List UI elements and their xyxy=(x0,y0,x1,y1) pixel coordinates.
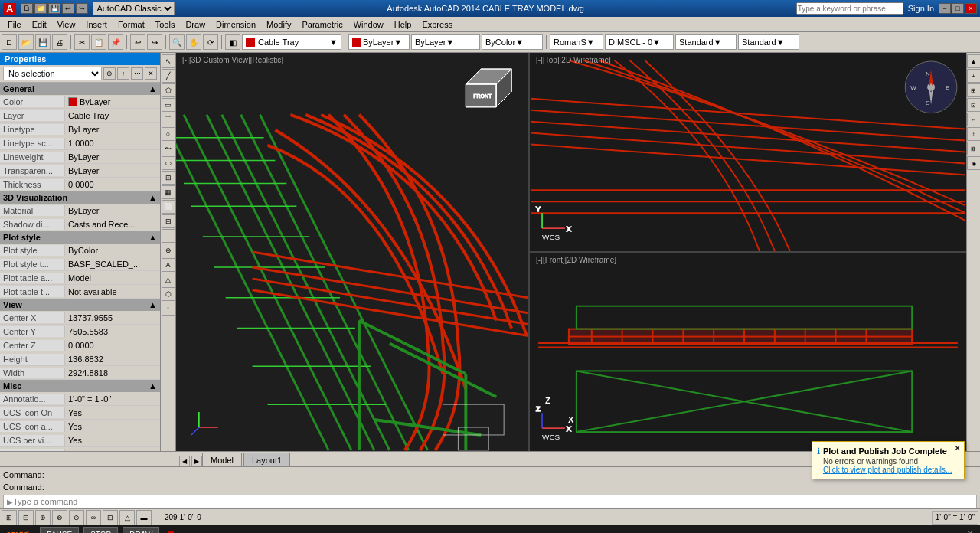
lt-circle[interactable]: ○ xyxy=(162,127,175,141)
lt-rect[interactable]: ▭ xyxy=(162,98,175,112)
new-btn[interactable]: 🗋 xyxy=(21,3,33,14)
search-input[interactable] xyxy=(796,2,903,15)
rt-btn1[interactable]: ▲ xyxy=(967,54,981,68)
open-btn[interactable]: 📁 xyxy=(34,3,47,14)
redo-btn[interactable]: ↪ xyxy=(76,3,88,14)
bt-snap[interactable]: ⊞ xyxy=(2,510,17,525)
tab-layout1[interactable]: Layout1 xyxy=(243,453,290,466)
lt-select[interactable]: ↖ xyxy=(162,54,175,68)
selection-dropdown[interactable]: No selection xyxy=(3,67,102,80)
font-dropdown[interactable]: RomanS▼ xyxy=(550,34,603,50)
dimstyle-dropdown[interactable]: DIMSCL - 0▼ xyxy=(605,34,674,50)
lt-table[interactable]: ⊟ xyxy=(162,214,175,228)
rt-btn2[interactable]: + xyxy=(967,69,981,83)
tb-cut[interactable]: ✂ xyxy=(74,34,90,50)
lineweight-dropdown[interactable]: ByColor▼ xyxy=(482,34,543,50)
menu-view[interactable]: View xyxy=(53,18,80,31)
ezvid-stop[interactable]: STOP xyxy=(83,527,118,533)
tb-layer-mgr[interactable]: ◧ xyxy=(225,34,240,50)
command-input[interactable] xyxy=(13,497,973,506)
tab-next[interactable]: ▶ xyxy=(191,456,202,466)
menu-edit[interactable]: Edit xyxy=(28,18,51,31)
rt-btn7[interactable]: ⊠ xyxy=(967,142,981,155)
tb-3dorbit[interactable]: ⟳ xyxy=(203,34,218,50)
sign-in[interactable]: Sign In xyxy=(908,4,934,13)
lt-3dobj[interactable]: ⬡ xyxy=(162,287,175,301)
menu-draw[interactable]: Draw xyxy=(181,18,210,31)
props-btn3[interactable]: ⋯ xyxy=(131,67,143,80)
bt-osnap[interactable]: ⊙ xyxy=(69,510,84,525)
section-plot[interactable]: Plot style ▲ xyxy=(0,231,160,244)
props-btn1[interactable]: ⊕ xyxy=(103,67,116,80)
bt-ortho[interactable]: ⊕ xyxy=(35,510,51,525)
section-misc[interactable]: Misc ▲ xyxy=(0,380,160,392)
notif-link[interactable]: Click to view plot and publish details..… xyxy=(823,466,952,474)
workspace-select[interactable]: AutoCAD Classic xyxy=(93,2,175,15)
viewport-top[interactable]: [-][Top][2D Wireframe] xyxy=(530,53,966,253)
tb-undo[interactable]: ↩ xyxy=(130,34,145,50)
layer-dropdown[interactable]: Cable Tray ▼ xyxy=(242,34,341,50)
tb-zoom[interactable]: 🔍 xyxy=(169,34,185,50)
bt-ducs[interactable]: ⊡ xyxy=(103,510,118,525)
rt-btn5[interactable]: ↔ xyxy=(967,113,981,126)
lt-3dface[interactable]: △ xyxy=(162,273,175,286)
linetype-dropdown[interactable]: ByLayer▼ xyxy=(411,34,480,50)
minimize-btn[interactable]: − xyxy=(939,3,951,14)
tb-pan[interactable]: ✋ xyxy=(186,34,201,50)
menu-tools[interactable]: Tools xyxy=(151,18,180,31)
bt-polar[interactable]: ⊗ xyxy=(52,510,67,525)
annotation-scale[interactable]: 1'-0" = 1'-0" xyxy=(932,511,978,525)
lt-poly[interactable]: ⬠ xyxy=(162,83,175,97)
color-dropdown[interactable]: ByLayer▼ xyxy=(348,34,410,50)
lt-arc[interactable]: ⌒ xyxy=(162,113,175,126)
menu-format[interactable]: Format xyxy=(113,18,149,31)
save-btn[interactable]: 💾 xyxy=(48,3,60,14)
undo-btn[interactable]: ↩ xyxy=(62,3,74,14)
section-view[interactable]: View ▲ xyxy=(0,299,160,311)
tb-save[interactable]: 💾 xyxy=(35,34,51,50)
ezvid-pause[interactable]: PAUSE xyxy=(40,527,79,533)
bt-otrack[interactable]: ∞ xyxy=(86,510,101,525)
ezvid-close[interactable]: ✕ xyxy=(966,528,974,533)
rt-btn6[interactable]: ↕ xyxy=(967,127,981,141)
lt-line[interactable]: ╱ xyxy=(162,69,175,83)
rt-btn8[interactable]: ◈ xyxy=(967,156,981,170)
tb-open[interactable]: 📂 xyxy=(18,34,34,50)
standard-dropdown1[interactable]: Standard▼ xyxy=(675,34,737,50)
lt-mtext[interactable]: T xyxy=(162,229,175,243)
tb-paste[interactable]: 📌 xyxy=(108,34,123,50)
props-btn4[interactable]: ✕ xyxy=(145,67,157,80)
lt-attrib[interactable]: A xyxy=(162,258,175,272)
menu-help[interactable]: Help xyxy=(390,18,416,31)
rt-btn4[interactable]: ⊡ xyxy=(967,98,981,112)
menu-dimension[interactable]: Dimension xyxy=(211,18,260,31)
close-btn[interactable]: × xyxy=(965,3,977,14)
tb-print[interactable]: 🖨 xyxy=(52,34,67,50)
ezvid-draw[interactable]: DRAW xyxy=(122,527,159,533)
menu-parametric[interactable]: Parametric xyxy=(297,18,347,31)
lt-ellipse[interactable]: ⬭ xyxy=(162,156,175,170)
notif-close-btn[interactable]: ✕ xyxy=(954,443,961,453)
menu-modify[interactable]: Modify xyxy=(262,18,296,31)
section-general[interactable]: General ▲ xyxy=(0,83,160,95)
bt-dyn[interactable]: △ xyxy=(119,510,135,525)
standard-dropdown2[interactable]: Standard▼ xyxy=(738,34,799,50)
lt-insert[interactable]: ⊕ xyxy=(162,244,175,257)
menu-file[interactable]: File xyxy=(3,18,26,31)
lt-region[interactable]: ⬜ xyxy=(162,200,175,214)
tb-copy[interactable]: 📋 xyxy=(91,34,106,50)
menu-insert[interactable]: Insert xyxy=(81,18,112,31)
lt-hatch[interactable]: ⊞ xyxy=(162,171,175,185)
tb-redo[interactable]: ↪ xyxy=(147,34,162,50)
bt-lwt[interactable]: ▬ xyxy=(136,510,152,525)
lt-extrude[interactable]: ↑ xyxy=(162,302,175,316)
lt-spline[interactable]: 〜 xyxy=(162,142,175,155)
section-3d[interactable]: 3D Visualization ▲ xyxy=(0,191,160,204)
bt-grid[interactable]: ⊟ xyxy=(18,510,34,525)
props-btn2[interactable]: ↑ xyxy=(117,67,129,80)
tab-model[interactable]: Model xyxy=(202,453,242,466)
lt-gradient[interactable]: ▦ xyxy=(162,185,175,199)
rt-btn3[interactable]: ⊞ xyxy=(967,83,981,97)
viewport-front[interactable]: [-][Front][2D Wireframe] xyxy=(530,253,966,451)
viewport-3d[interactable]: [-][3D Custom View][Realistic] xyxy=(176,53,530,451)
